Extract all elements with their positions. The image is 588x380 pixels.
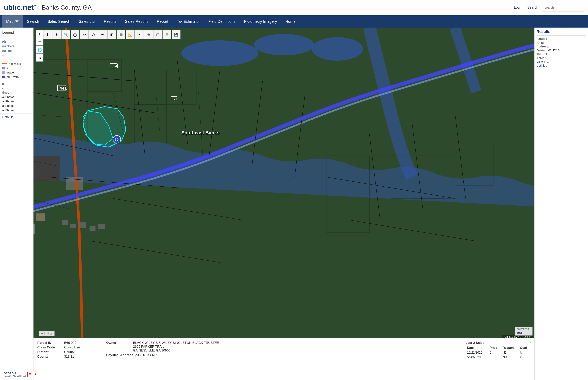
parcel-info-panel: × Parcel ID B66 002 Class Code Consv Use… (34, 338, 534, 380)
powered-by-label: POWERED BY (517, 328, 531, 330)
s-link[interactable]: s (2, 53, 31, 58)
reason-header: Reason (501, 345, 519, 350)
owner-info: BLACK WILEY S & WILEY SINGLETON BLACK TR… (133, 341, 219, 352)
circle-select-button[interactable]: ◯ (71, 30, 79, 39)
select-box-button[interactable]: ◱ (153, 30, 162, 39)
sale-date-1: 12/21/2020 (466, 350, 488, 355)
map-toolbar: ℹ ✱ 🔍 ◯ ✏ ⬡ 〜 ◧ ▦ 📐 ✂ ⊕ ◱ ⊟ 💾 (43, 30, 180, 39)
compass-button[interactable]: 🌐 (36, 46, 43, 54)
svg-rect-58 (391, 198, 444, 241)
save-tool-button[interactable]: 💾 (172, 30, 180, 39)
zoom-out-button[interactable]: − (36, 38, 43, 46)
scale-value: 0.5 mi (41, 332, 49, 335)
draw-tool-button[interactable]: ✏ (80, 30, 89, 39)
nav-item-results[interactable]: Results (99, 15, 121, 28)
divider-2 (0, 60, 33, 60)
remove-tool-button[interactable]: ⊟ (162, 30, 171, 39)
nav-item-report[interactable]: Report (153, 15, 173, 28)
district-row: District County (37, 350, 102, 354)
map-background: 441 164 59 85 85 Southeast Banks (34, 28, 534, 380)
mls-text: REAL ESTATE SERVICES (4, 375, 26, 377)
polygon-tool-button[interactable]: ⬡ (89, 30, 98, 39)
results-panel: Results Parcel I Alt Id : Address: Owner… (534, 28, 588, 380)
numbers-link-1[interactable]: numbers (2, 44, 31, 49)
zoom-controls: + − 🌐 ⊕ (36, 30, 43, 62)
top-bar: ublic.net™ Banks County, GA Log In Searc… (0, 0, 588, 15)
result-alt-id: Alt Id : (536, 41, 586, 44)
nav-item-sales-search[interactable]: Sales Search (43, 15, 75, 28)
svg-text:164: 164 (112, 64, 118, 68)
grid-tool-button[interactable]: ▦ (117, 30, 125, 39)
svg-rect-53 (327, 156, 370, 194)
svg-text:85: 85 (115, 138, 118, 142)
legend-header: Legend × (0, 29, 33, 36)
layer-tool-button[interactable]: ✱ (52, 30, 61, 39)
sale-qual-1: U (519, 350, 530, 355)
search-input[interactable] (542, 4, 584, 12)
defaults-link[interactable]: Defaults (0, 115, 33, 119)
esri-watermark: POWERED BY esri (515, 327, 532, 336)
zoom-in-button[interactable]: + (36, 30, 43, 38)
numbers-link-2[interactable]: numbers (2, 49, 31, 53)
nav-item-field-definitions[interactable]: Field Definitions (204, 15, 240, 28)
svg-rect-57 (327, 194, 370, 233)
owner-name: BLACK WILEY S & WILEY SINGLETON BLACK TR… (133, 341, 219, 345)
parcel-id-row: Parcel ID B66 002 (37, 341, 102, 345)
layer-photos-1: al Photos (0, 95, 33, 99)
sale-reason-2: ND (501, 355, 519, 360)
svg-rect-49 (49, 98, 87, 141)
svg-point-35 (113, 135, 120, 143)
parcel-right-col: Last 2 Sales Date Price Reason Qual (466, 341, 530, 377)
records-link[interactable]: rds (2, 39, 31, 44)
result-definitions-link[interactable]: Definit... (536, 64, 547, 67)
measure-tool-button[interactable]: 📐 (126, 30, 135, 39)
line-tool-button[interactable]: 〜 (98, 30, 107, 39)
svg-text:Southeast Banks: Southeast Banks (181, 130, 219, 135)
svg-line-12 (209, 70, 220, 156)
locate-button[interactable]: ⊕ (36, 54, 43, 62)
nav-item-home[interactable]: Home (281, 15, 300, 28)
nav-item-sales-results[interactable]: Sales Results (121, 15, 153, 28)
svg-line-25 (113, 92, 124, 134)
info-tool-button[interactable]: ℹ (43, 30, 52, 39)
sale-qual-2: U (519, 355, 530, 360)
result-acres: Acres : (536, 56, 586, 59)
svg-line-22 (34, 113, 70, 117)
s-color (2, 67, 5, 69)
owner-city: GAINESVILLE, GA 30506 (133, 349, 219, 352)
close-panel-button[interactable]: × (529, 340, 532, 345)
nav-item-pictometry[interactable]: Pictometry Imagery (240, 15, 281, 28)
svg-line-6 (34, 70, 134, 81)
close-legend-button[interactable]: × (29, 31, 31, 35)
sales-header-row: Date Price Reason Qual (466, 345, 530, 350)
svg-rect-0 (34, 28, 534, 380)
svg-line-18 (348, 220, 476, 241)
rivers-item: nd Rivers (0, 75, 33, 79)
logo-text: ublic.net™ (4, 3, 37, 12)
nav-item-search[interactable]: Search (23, 15, 43, 28)
last-2-sales-label: Last 2 Sales (466, 341, 490, 345)
district-label: District (37, 350, 62, 354)
parcel-id-value: B66 002 (64, 341, 76, 345)
county-row: County 315.11 (37, 355, 102, 359)
legend-title: Legend (2, 31, 14, 35)
result-view-link[interactable]: View: R... (536, 60, 549, 63)
svg-rect-43 (36, 213, 45, 221)
map-container[interactable]: 441 164 59 85 85 Southeast Banks (34, 28, 534, 380)
login-link[interactable]: Log In (514, 5, 524, 10)
nav-item-map[interactable]: Map (2, 15, 23, 28)
search-text-link[interactable]: Search (527, 5, 538, 10)
county-title: Banks County, GA (42, 4, 92, 11)
split-tool-button[interactable]: ◧ (107, 30, 116, 39)
cut-tool-button[interactable]: ✂ (135, 30, 144, 39)
svg-rect-29 (58, 85, 66, 91)
svg-line-16 (92, 241, 220, 263)
nav-item-tax-estimator[interactable]: Tax Estimator (173, 15, 204, 28)
physical-address-value: 208 DODD RD (135, 353, 157, 357)
nav-item-sales-list[interactable]: Sales List (75, 15, 99, 28)
svg-rect-41 (90, 226, 96, 231)
svg-rect-5 (66, 177, 83, 190)
add-tool-button[interactable]: ⊕ (144, 30, 153, 39)
zoom-tool-button[interactable]: 🔍 (61, 30, 70, 39)
highway-color (2, 63, 7, 64)
